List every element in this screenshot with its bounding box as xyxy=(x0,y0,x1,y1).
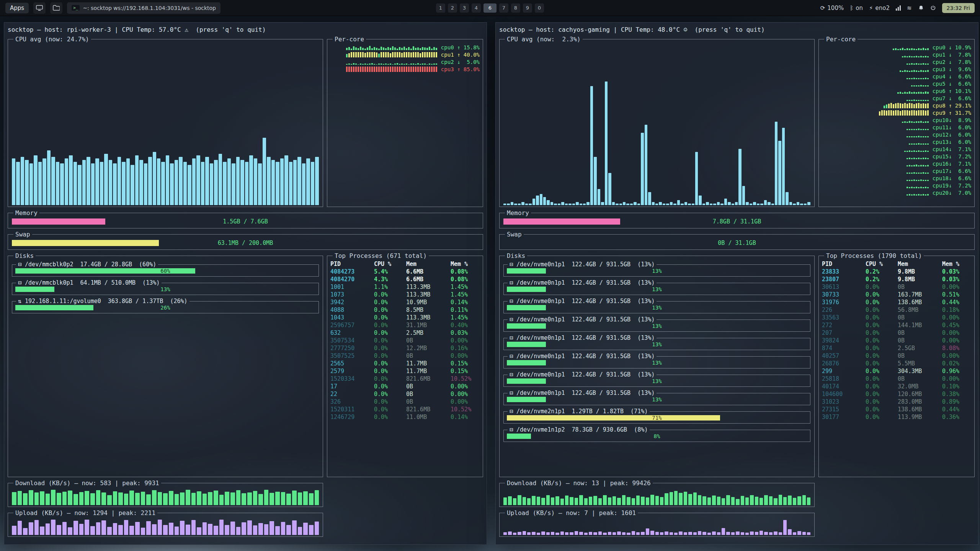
chart-bar xyxy=(141,492,145,505)
process-row: 25967570.0%31.1MB0.40% xyxy=(330,321,480,329)
proc-col-header: CPU % xyxy=(374,260,405,268)
process-row: 35075340.0%0B0.00% xyxy=(330,337,480,344)
folder-icon xyxy=(53,5,60,11)
workspace-button-2[interactable]: 2 xyxy=(448,3,457,13)
chart-bar xyxy=(712,496,715,505)
panel-title: Upload (KB/s) — now: 7 | peak: 1601 xyxy=(505,509,638,517)
core-row: cpu6 ↑ 10.1% xyxy=(822,87,971,95)
process-pid: 23833 xyxy=(822,268,864,276)
files-launcher-button[interactable] xyxy=(50,2,62,14)
workspace-button-7[interactable]: 7 xyxy=(499,3,508,13)
process-mem-pct: 0.44% xyxy=(942,298,971,306)
desktop: { "topbar": { "apps_label": "Apps", "tab… xyxy=(0,0,980,551)
terminal-launcher-button[interactable] xyxy=(33,2,46,14)
chart-bar xyxy=(74,162,77,205)
download-chart xyxy=(503,487,811,505)
top-processes-panel: Top Processes (671 total) PIDCPU %MemMem… xyxy=(327,252,483,477)
chart-bar xyxy=(240,160,244,205)
clock[interactable]: 23:32 Fri xyxy=(942,3,975,13)
chart-bar xyxy=(286,525,291,535)
process-mem-pct: 0.00% xyxy=(942,329,971,337)
volume-indicator[interactable]: ⟳ 100% xyxy=(820,5,844,11)
chart-bar xyxy=(741,496,744,505)
workspace-button-1[interactable]: 1 xyxy=(436,3,445,13)
chart-bar xyxy=(775,122,777,205)
process-mem: 5.5MB xyxy=(898,360,941,367)
process-mem: 0B xyxy=(406,390,449,398)
chart-bar xyxy=(78,165,81,205)
chart-bar xyxy=(175,494,179,505)
per-core-panel: Per-core cpu0 ↑ 15.8%cpu1 ↑ 40.0%cpu2 ↓ … xyxy=(327,36,483,207)
chart-bar xyxy=(46,494,50,505)
chart-bar xyxy=(570,497,573,505)
chart-bar xyxy=(774,531,777,535)
chart-bar xyxy=(728,202,730,205)
cpu-row: CPU avg (now: 24.7%) Per-core cpu0 ↑ 15.… xyxy=(8,36,483,207)
power-button[interactable] xyxy=(930,5,936,11)
chart-bar xyxy=(636,532,640,535)
chart-bar xyxy=(225,525,229,535)
disk-name: /dev/nvme0n1p1 xyxy=(516,334,572,341)
chart-bar xyxy=(303,491,308,505)
chart-bar xyxy=(698,531,701,535)
chart-bar xyxy=(616,204,618,205)
bluetooth-indicator[interactable]: ᛒ on xyxy=(850,5,863,11)
chart-bar xyxy=(40,527,44,535)
chart-bar xyxy=(802,495,806,505)
process-row: 268760.0%5.5MB0.02% xyxy=(822,360,971,367)
disk-meter: 13% xyxy=(507,286,807,292)
disk-usage-pct: 13% xyxy=(15,286,315,292)
chart-bar xyxy=(18,521,22,535)
core-sparkline xyxy=(822,168,929,174)
core-label: cpu2 ↓ 5.0% xyxy=(441,59,480,65)
disk-name: /dev/nvme0n1p1 xyxy=(516,353,572,360)
process-cpu: 0.0% xyxy=(866,337,896,344)
chart-bar xyxy=(518,532,521,535)
workspace-button-3[interactable]: 3 xyxy=(460,3,469,13)
terminal-window[interactable]: socktop — host: rpi-worker-3 | CPU Temp:… xyxy=(4,22,487,545)
layers-indicator[interactable]: ≋ xyxy=(907,5,912,11)
workspace-button-0[interactable]: 0 xyxy=(535,3,544,13)
chart-bar xyxy=(674,491,678,505)
workspace-button-4[interactable]: 4 xyxy=(472,3,481,13)
chart-bar xyxy=(113,491,118,505)
proc-col-header: Mem % xyxy=(942,260,971,268)
process-mem-pct: 0.51% xyxy=(942,291,971,298)
chart-bar xyxy=(129,491,134,505)
workspace-button-8[interactable]: 8 xyxy=(511,3,520,13)
workspace-button-9[interactable]: 9 xyxy=(523,3,532,13)
disk-detail: 122.4GB / 931.5GB (13%) xyxy=(572,279,655,286)
signal-indicator[interactable] xyxy=(896,5,901,11)
chart-bar xyxy=(197,491,201,505)
core-sparkline xyxy=(822,139,929,145)
chart-bar xyxy=(800,204,803,205)
process-pid: 33563 xyxy=(822,314,864,321)
process-pid: 1520311 xyxy=(330,406,372,413)
chart-bar xyxy=(503,532,507,535)
chart-bar xyxy=(242,522,246,535)
window-tab-socktop[interactable]: >_ ~: socktop ws://192.168.1.104:3031/ws… xyxy=(67,2,220,14)
workspace-button-6[interactable]: 6 xyxy=(483,3,497,13)
chart-bar xyxy=(227,158,231,205)
chart-bar xyxy=(764,200,767,205)
chart-bar xyxy=(210,163,213,205)
disk-meter: 60% xyxy=(15,268,315,274)
notifications-button[interactable] xyxy=(918,5,924,11)
chart-bar xyxy=(673,204,676,205)
disk-meter: 8% xyxy=(507,433,807,439)
chart-bar xyxy=(90,493,95,505)
process-pid: 39824 xyxy=(822,337,864,344)
terminal-window[interactable]: socktop — host: cachyos-gaming | CPU Tem… xyxy=(495,22,978,545)
download-panel: Download (KB/s) — now: 13 | peak: 99426 xyxy=(499,479,815,507)
power-icon xyxy=(930,5,936,11)
chart-bar xyxy=(779,495,782,505)
chart-bar xyxy=(722,528,725,535)
process-mem-pct: 0.89% xyxy=(942,398,971,406)
chart-bar xyxy=(619,204,622,205)
apps-menu-button[interactable]: Apps xyxy=(5,3,29,13)
panel-title: Top Processes (671 total) xyxy=(333,252,429,259)
process-mem-pct: 0.08% xyxy=(451,276,480,283)
disk-detail: 122.4GB / 931.5GB (13%) xyxy=(572,353,655,360)
cpu-row: CPU avg (now: 2.3%) Per-core cpu0 ↓ 10.9… xyxy=(499,36,975,207)
network-indicator[interactable]: ⚡ eno2 xyxy=(869,5,890,11)
